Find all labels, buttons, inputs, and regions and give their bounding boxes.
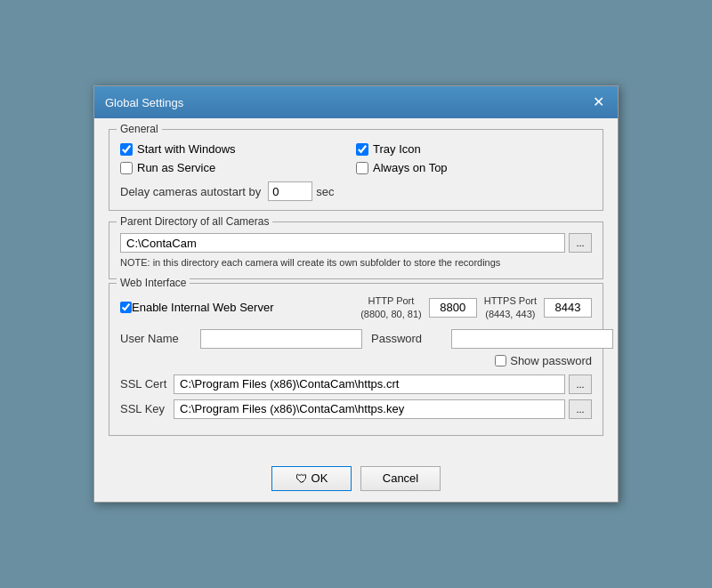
title-bar: Global Settings ✕ bbox=[94, 86, 618, 118]
http-port-input[interactable] bbox=[429, 298, 477, 318]
delay-label: Delay cameras autostart by bbox=[120, 185, 261, 198]
run-service-checkbox[interactable] bbox=[120, 162, 133, 174]
http-port-label: HTTP Port(8800, 80, 81) bbox=[360, 294, 422, 320]
tray-icon-checkbox[interactable] bbox=[356, 143, 368, 156]
username-label: User Name bbox=[120, 332, 200, 345]
enable-web-server-row: Enable Internal Web Server bbox=[120, 301, 360, 314]
close-button[interactable]: ✕ bbox=[589, 93, 607, 111]
col-right: Tray Icon Always on Top bbox=[356, 137, 592, 174]
username-section: User Name bbox=[120, 329, 362, 349]
enable-web-server-checkbox[interactable] bbox=[120, 302, 132, 313]
user-pass-row: User Name Password bbox=[120, 329, 592, 349]
general-group: General Start with Windows Run as Servic… bbox=[109, 129, 603, 211]
delay-unit: sec bbox=[316, 185, 334, 198]
run-service-row: Run as Service bbox=[120, 161, 356, 174]
https-port-label: HTTPS Port(8443, 443) bbox=[484, 294, 537, 320]
checkboxes-row: Start with Windows Run as Service Tray I… bbox=[120, 137, 592, 174]
tray-icon-row: Tray Icon bbox=[356, 142, 592, 156]
ok-button[interactable]: 🛡 OK bbox=[271, 466, 352, 491]
parent-dir-title: Parent Directory of all Cameras bbox=[117, 215, 272, 228]
show-password-label-container[interactable]: Show password bbox=[495, 354, 592, 367]
parent-dir-group: Parent Directory of all Cameras ... NOTE… bbox=[109, 222, 603, 279]
username-input[interactable] bbox=[200, 329, 362, 349]
dialog-body: General Start with Windows Run as Servic… bbox=[94, 118, 618, 457]
start-windows-label[interactable]: Start with Windows bbox=[137, 142, 236, 156]
delay-row: Delay cameras autostart by sec bbox=[120, 181, 592, 201]
browse-ssl-cert-button[interactable]: ... bbox=[569, 375, 592, 394]
start-windows-checkbox[interactable] bbox=[120, 143, 133, 156]
browse-ssl-key-button[interactable]: ... bbox=[569, 399, 592, 419]
password-label: Password bbox=[371, 332, 451, 345]
ssl-cert-input[interactable] bbox=[174, 375, 565, 394]
show-password-row: Show password bbox=[120, 354, 592, 367]
global-settings-dialog: Global Settings ✕ General Start with Win… bbox=[93, 85, 619, 503]
col-left: Start with Windows Run as Service bbox=[120, 137, 356, 174]
web-top-row: Enable Internal Web Server HTTP Port(880… bbox=[120, 294, 592, 320]
delay-input[interactable] bbox=[268, 181, 312, 201]
always-top-label[interactable]: Always on Top bbox=[373, 161, 448, 174]
general-group-title: General bbox=[117, 123, 162, 135]
password-section: Password bbox=[371, 329, 613, 349]
ssl-cert-label: SSL Cert bbox=[120, 377, 174, 391]
https-port-input[interactable] bbox=[544, 298, 592, 318]
web-interface-group: Web Interface Enable Internal Web Server… bbox=[109, 283, 603, 436]
shield-icon: 🛡 bbox=[295, 471, 308, 486]
dialog-buttons: 🛡 OK Cancel bbox=[94, 457, 618, 502]
web-group-title: Web Interface bbox=[117, 277, 190, 289]
show-password-text: Show password bbox=[510, 354, 592, 367]
directory-input[interactable] bbox=[120, 233, 565, 253]
dialog-title: Global Settings bbox=[105, 96, 183, 109]
ssl-cert-row: SSL Cert ... bbox=[120, 375, 592, 394]
ports-section: HTTP Port(8800, 80, 81) HTTPS Port(8443,… bbox=[360, 294, 592, 320]
ssl-key-label: SSL Key bbox=[120, 402, 174, 415]
ok-label: OK bbox=[312, 471, 328, 485]
run-service-label[interactable]: Run as Service bbox=[137, 161, 215, 174]
always-top-row: Always on Top bbox=[356, 161, 592, 174]
dir-note: NOTE: in this directory each camera will… bbox=[120, 256, 592, 270]
dir-input-row: ... bbox=[120, 233, 592, 253]
browse-dir-button[interactable]: ... bbox=[569, 233, 592, 253]
ssl-key-row: SSL Key ... bbox=[120, 399, 592, 419]
enable-web-server-label[interactable]: Enable Internal Web Server bbox=[132, 301, 273, 314]
ssl-key-input[interactable] bbox=[174, 399, 565, 419]
password-input[interactable] bbox=[451, 329, 613, 349]
cancel-button[interactable]: Cancel bbox=[360, 466, 441, 491]
always-top-checkbox[interactable] bbox=[356, 162, 368, 174]
show-password-checkbox[interactable] bbox=[495, 355, 506, 366]
tray-icon-label[interactable]: Tray Icon bbox=[373, 142, 421, 156]
start-windows-row: Start with Windows bbox=[120, 142, 356, 156]
